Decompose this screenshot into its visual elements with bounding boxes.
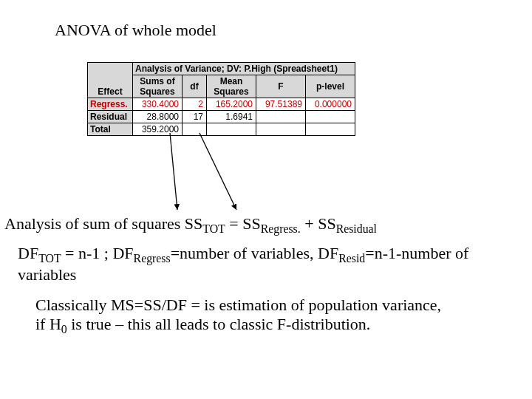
- cell: 2: [183, 98, 207, 111]
- cell: 1.6941: [207, 111, 256, 123]
- cell: [306, 111, 355, 123]
- col-p: p-level: [306, 75, 355, 98]
- col-f: F: [256, 75, 306, 98]
- arrows: [0, 0, 532, 399]
- col-df: df: [183, 75, 207, 98]
- cell: 17: [183, 111, 207, 123]
- arrow-icon: [200, 133, 236, 210]
- cell: [207, 123, 256, 136]
- page-title: ANOVA of whole model: [55, 21, 216, 40]
- row-label: Regress.: [88, 98, 133, 111]
- table-row: Total 359.2000: [88, 123, 355, 136]
- col-effect: Effect: [88, 63, 133, 98]
- anova-table: Effect Analysis of Variance; DV: P.High …: [87, 62, 355, 136]
- cell: 97.51389: [256, 98, 306, 111]
- cell: 0.000000: [306, 98, 355, 111]
- table-row: Residual 28.8000 17 1.6941: [88, 111, 355, 123]
- cell: 330.4000: [133, 98, 183, 111]
- col-ms: Mean Squares: [207, 75, 256, 98]
- cell: [256, 111, 306, 123]
- table-caption: Analysis of Variance; DV: P.High (Spread…: [133, 63, 355, 75]
- cell: [306, 123, 355, 136]
- row-label: Total: [88, 123, 133, 136]
- col-ss: Sums of Squares: [133, 75, 183, 98]
- table-row: Regress. 330.4000 2 165.2000 97.51389 0.…: [88, 98, 355, 111]
- formula-sstot: Analysis of sum of squares SSTOT = SSReg…: [4, 214, 377, 236]
- cell: 165.2000: [207, 98, 256, 111]
- cell: [256, 123, 306, 136]
- formula-df: DFTOT = n-1 ; DFRegress=number of variab…: [18, 244, 505, 284]
- cell: 359.2000: [133, 123, 183, 136]
- explanation-text: Classically MS=SS/DF = is estimation of …: [35, 296, 449, 336]
- arrow-icon: [170, 133, 177, 210]
- row-label: Residual: [88, 111, 133, 123]
- cell: [183, 123, 207, 136]
- cell: 28.8000: [133, 111, 183, 123]
